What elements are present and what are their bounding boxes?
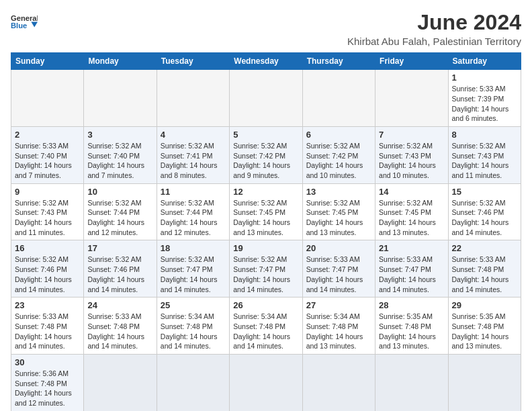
day-info: Sunrise: 5:33 AM Sunset: 7:48 PM Dayligh…: [87, 312, 152, 351]
day-number: 22: [452, 243, 517, 253]
weekday-header-thursday: Thursday: [302, 53, 375, 70]
calendar-day-cell: 23Sunrise: 5:33 AM Sunset: 7:48 PM Dayli…: [11, 298, 84, 355]
day-number: 18: [161, 243, 226, 253]
calendar-day-cell: [84, 70, 157, 127]
calendar-day-cell: [230, 354, 302, 411]
day-info: Sunrise: 5:32 AM Sunset: 7:45 PM Dayligh…: [306, 198, 371, 238]
weekday-header-friday: Friday: [375, 53, 448, 70]
day-number: 26: [233, 300, 298, 310]
weekday-header-tuesday: Tuesday: [157, 53, 229, 70]
calendar-day-cell: 1Sunrise: 5:33 AM Sunset: 7:39 PM Daylig…: [448, 70, 521, 127]
calendar-day-cell: 4Sunrise: 5:32 AM Sunset: 7:41 PM Daylig…: [157, 126, 229, 183]
calendar-day-cell: 21Sunrise: 5:33 AM Sunset: 7:47 PM Dayli…: [375, 240, 448, 298]
day-info: Sunrise: 5:32 AM Sunset: 7:42 PM Dayligh…: [306, 141, 371, 181]
day-info: Sunrise: 5:35 AM Sunset: 7:48 PM Dayligh…: [379, 312, 444, 351]
svg-text:General: General: [11, 14, 38, 22]
weekday-header-monday: Monday: [84, 53, 157, 70]
day-info: Sunrise: 5:32 AM Sunset: 7:47 PM Dayligh…: [233, 255, 298, 294]
calendar-day-cell: 5Sunrise: 5:32 AM Sunset: 7:42 PM Daylig…: [230, 126, 302, 183]
calendar-week-row: 9Sunrise: 5:32 AM Sunset: 7:43 PM Daylig…: [11, 183, 521, 240]
calendar-day-cell: 30Sunrise: 5:36 AM Sunset: 7:48 PM Dayli…: [11, 354, 84, 411]
calendar-day-cell: 20Sunrise: 5:33 AM Sunset: 7:47 PM Dayli…: [302, 240, 375, 298]
day-info: Sunrise: 5:32 AM Sunset: 7:43 PM Dayligh…: [379, 141, 444, 181]
day-info: Sunrise: 5:33 AM Sunset: 7:39 PM Dayligh…: [452, 84, 517, 124]
day-number: 9: [15, 187, 80, 197]
logo-area: General Blue: [11, 11, 38, 35]
day-number: 14: [379, 187, 444, 197]
svg-text:Blue: Blue: [11, 21, 27, 30]
calendar-day-cell: 8Sunrise: 5:32 AM Sunset: 7:43 PM Daylig…: [448, 126, 521, 183]
day-info: Sunrise: 5:32 AM Sunset: 7:43 PM Dayligh…: [452, 141, 517, 181]
weekday-header-sunday: Sunday: [11, 53, 84, 70]
day-number: 20: [306, 243, 371, 253]
day-number: 3: [87, 130, 152, 140]
day-number: 23: [15, 300, 80, 310]
calendar-day-cell: [302, 354, 375, 411]
day-info: Sunrise: 5:34 AM Sunset: 7:48 PM Dayligh…: [233, 312, 298, 351]
calendar-day-cell: 14Sunrise: 5:32 AM Sunset: 7:45 PM Dayli…: [375, 183, 448, 240]
day-number: 2: [15, 130, 80, 140]
calendar-day-cell: 22Sunrise: 5:33 AM Sunset: 7:48 PM Dayli…: [448, 240, 521, 298]
calendar-day-cell: 18Sunrise: 5:32 AM Sunset: 7:47 PM Dayli…: [157, 240, 229, 298]
day-info: Sunrise: 5:32 AM Sunset: 7:46 PM Dayligh…: [15, 255, 80, 294]
calendar-day-cell: 19Sunrise: 5:32 AM Sunset: 7:47 PM Dayli…: [230, 240, 302, 298]
day-info: Sunrise: 5:32 AM Sunset: 7:45 PM Dayligh…: [379, 198, 444, 238]
calendar-week-row: 30Sunrise: 5:36 AM Sunset: 7:48 PM Dayli…: [11, 354, 521, 411]
day-info: Sunrise: 5:32 AM Sunset: 7:44 PM Dayligh…: [87, 198, 152, 238]
day-number: 5: [233, 130, 298, 140]
month-title: June 2024: [347, 11, 521, 34]
calendar-day-cell: 13Sunrise: 5:32 AM Sunset: 7:45 PM Dayli…: [302, 183, 375, 240]
day-number: 4: [161, 130, 226, 140]
day-info: Sunrise: 5:33 AM Sunset: 7:40 PM Dayligh…: [15, 141, 80, 181]
day-number: 6: [306, 130, 371, 140]
calendar-week-row: 23Sunrise: 5:33 AM Sunset: 7:48 PM Dayli…: [11, 298, 521, 355]
calendar-day-cell: [11, 70, 84, 127]
calendar-week-row: 16Sunrise: 5:32 AM Sunset: 7:46 PM Dayli…: [11, 240, 521, 298]
calendar-day-cell: [230, 70, 302, 127]
day-number: 29: [452, 300, 517, 310]
calendar-day-cell: [157, 354, 229, 411]
header: General Blue June 2024 Khirbat Abu Falah…: [11, 11, 521, 47]
day-number: 28: [379, 300, 444, 310]
location-title: Khirbat Abu Falah, Palestinian Territory: [347, 36, 521, 47]
day-info: Sunrise: 5:32 AM Sunset: 7:46 PM Dayligh…: [87, 255, 152, 294]
day-number: 30: [15, 357, 80, 367]
day-info: Sunrise: 5:34 AM Sunset: 7:48 PM Dayligh…: [161, 312, 226, 351]
day-info: Sunrise: 5:32 AM Sunset: 7:47 PM Dayligh…: [161, 255, 226, 294]
calendar-day-cell: 12Sunrise: 5:32 AM Sunset: 7:45 PM Dayli…: [230, 183, 302, 240]
day-info: Sunrise: 5:32 AM Sunset: 7:46 PM Dayligh…: [452, 198, 517, 238]
day-number: 13: [306, 187, 371, 197]
day-number: 19: [233, 243, 298, 253]
weekday-header-row: SundayMondayTuesdayWednesdayThursdayFrid…: [11, 53, 521, 70]
day-number: 21: [379, 243, 444, 253]
calendar-week-row: 1Sunrise: 5:33 AM Sunset: 7:39 PM Daylig…: [11, 70, 521, 127]
calendar-day-cell: 24Sunrise: 5:33 AM Sunset: 7:48 PM Dayli…: [84, 298, 157, 355]
day-number: 16: [15, 243, 80, 253]
calendar-day-cell: [302, 70, 375, 127]
day-info: Sunrise: 5:33 AM Sunset: 7:47 PM Dayligh…: [379, 255, 444, 294]
calendar-day-cell: [375, 354, 448, 411]
day-info: Sunrise: 5:32 AM Sunset: 7:40 PM Dayligh…: [87, 141, 152, 181]
calendar-day-cell: 26Sunrise: 5:34 AM Sunset: 7:48 PM Dayli…: [230, 298, 302, 355]
day-info: Sunrise: 5:34 AM Sunset: 7:48 PM Dayligh…: [306, 312, 371, 351]
day-info: Sunrise: 5:33 AM Sunset: 7:47 PM Dayligh…: [306, 255, 371, 294]
calendar-week-row: 2Sunrise: 5:33 AM Sunset: 7:40 PM Daylig…: [11, 126, 521, 183]
calendar-day-cell: 9Sunrise: 5:32 AM Sunset: 7:43 PM Daylig…: [11, 183, 84, 240]
day-info: Sunrise: 5:35 AM Sunset: 7:48 PM Dayligh…: [452, 312, 517, 351]
calendar-day-cell: [84, 354, 157, 411]
day-number: 24: [87, 300, 152, 310]
calendar-day-cell: 10Sunrise: 5:32 AM Sunset: 7:44 PM Dayli…: [84, 183, 157, 240]
day-number: 25: [161, 300, 226, 310]
day-info: Sunrise: 5:36 AM Sunset: 7:48 PM Dayligh…: [15, 369, 80, 408]
calendar-day-cell: 6Sunrise: 5:32 AM Sunset: 7:42 PM Daylig…: [302, 126, 375, 183]
day-info: Sunrise: 5:33 AM Sunset: 7:48 PM Dayligh…: [452, 255, 517, 294]
title-area: June 2024 Khirbat Abu Falah, Palestinian…: [347, 11, 521, 47]
calendar-day-cell: [448, 354, 521, 411]
day-info: Sunrise: 5:32 AM Sunset: 7:41 PM Dayligh…: [161, 141, 226, 181]
day-info: Sunrise: 5:32 AM Sunset: 7:42 PM Dayligh…: [233, 141, 298, 181]
calendar-day-cell: [375, 70, 448, 127]
day-number: 17: [87, 243, 152, 253]
calendar-day-cell: 27Sunrise: 5:34 AM Sunset: 7:48 PM Dayli…: [302, 298, 375, 355]
calendar-day-cell: 15Sunrise: 5:32 AM Sunset: 7:46 PM Dayli…: [448, 183, 521, 240]
calendar-day-cell: 2Sunrise: 5:33 AM Sunset: 7:40 PM Daylig…: [11, 126, 84, 183]
